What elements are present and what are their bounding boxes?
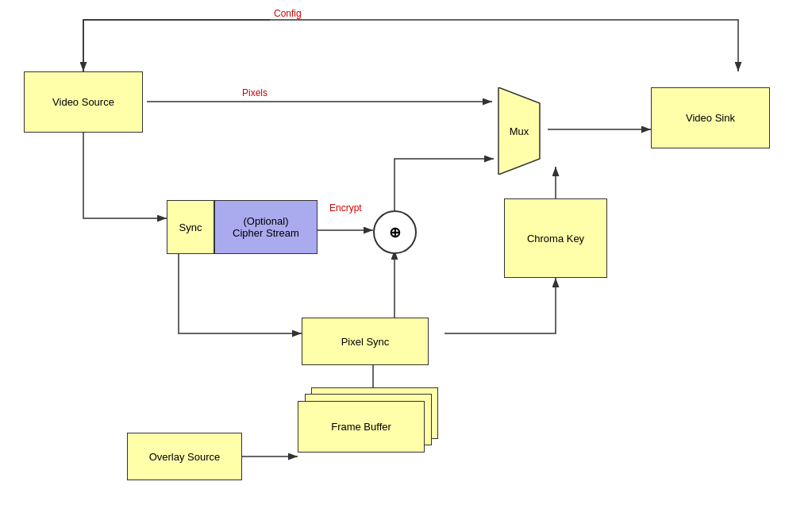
sync-label: Sync <box>179 221 202 233</box>
pixel-sync-label: Pixel Sync <box>341 336 390 348</box>
frame-buffer-block: Frame Buffer <box>298 401 425 453</box>
encrypt-label: Encrypt <box>329 202 362 214</box>
cipher-label: (Optional) Cipher Stream <box>233 215 299 239</box>
diagram: Config Pixels Encrypt Video Source Sync … <box>0 0 812 520</box>
pixels-label: Pixels <box>242 87 267 98</box>
video-source-label: Video Source <box>52 96 114 108</box>
mux-label: Mux <box>510 125 529 137</box>
config-label: Config <box>274 8 302 19</box>
overlay-source-block: Overlay Source <box>127 433 242 480</box>
xor-symbol: ⊕ <box>389 224 401 241</box>
overlay-source-label: Overlay Source <box>149 451 221 463</box>
cipher-block: (Optional) Cipher Stream <box>214 200 317 254</box>
pixel-sync-block: Pixel Sync <box>302 318 429 365</box>
mux-block: Mux <box>491 87 548 175</box>
sync-block: Sync <box>167 200 214 254</box>
video-sink-block: Video Sink <box>651 87 770 148</box>
chroma-key-label: Chroma Key <box>527 233 584 245</box>
video-source-block: Video Source <box>24 71 143 133</box>
video-sink-label: Video Sink <box>686 112 735 124</box>
chroma-key-block: Chroma Key <box>504 198 607 278</box>
frame-buffer-label: Frame Buffer <box>331 421 391 433</box>
xor-block: ⊕ <box>373 210 417 254</box>
